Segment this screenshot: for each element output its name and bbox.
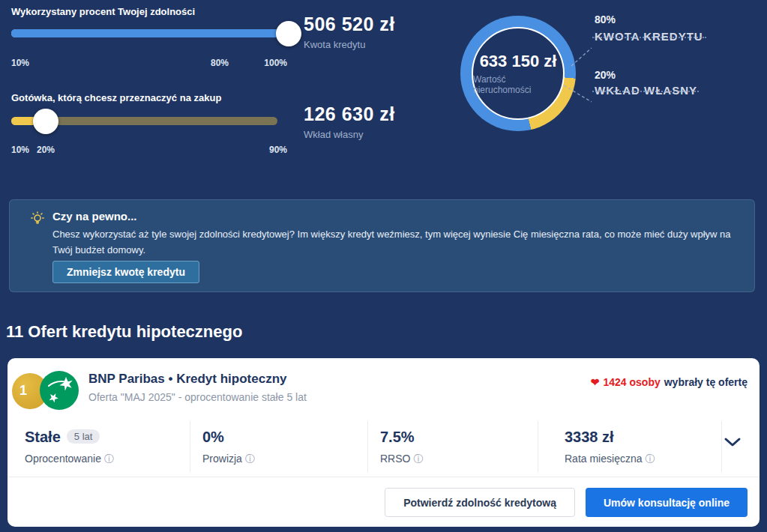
loan-amount-value: 506 520 zł xyxy=(304,13,395,35)
donut-chart: 633 150 zł Wartość nieruchomości xyxy=(460,16,576,131)
capacity-slider-ticks: 10% 80% 100% xyxy=(11,58,287,68)
interest-period-badge: 5 lat xyxy=(67,429,100,444)
tick-label: 20% xyxy=(37,145,55,155)
confirm-creditworthiness-button[interactable]: Potwierdź zdolność kredytową xyxy=(385,488,575,517)
cash-slider-handle[interactable] xyxy=(33,109,58,134)
property-value: 633 150 zł xyxy=(480,52,557,71)
rank-number: 1 xyxy=(19,383,27,399)
book-online-consultation-button[interactable]: Umów konsultację online xyxy=(586,488,748,517)
offer-subtitle: Oferta "MAJ 2025" - oprocentowanie stałe… xyxy=(88,391,307,403)
divider xyxy=(721,421,722,472)
lightbulb-icon xyxy=(29,211,46,227)
offer-title: BNP Paribas • Kredyt hipoteczny xyxy=(88,372,287,387)
divider xyxy=(538,421,538,472)
cash-slider[interactable] xyxy=(11,117,277,125)
commission-label: Prowizja xyxy=(202,453,242,465)
chevron-down-icon[interactable] xyxy=(724,435,742,450)
stat-commission: 0% Prowizjaⓘ xyxy=(202,429,255,466)
divider xyxy=(190,421,190,472)
property-value-label: Wartość nieruchomości xyxy=(473,74,563,95)
tick-label: 80% xyxy=(211,58,229,68)
legend-contribution-percent: 20% xyxy=(595,69,616,81)
capacity-slider-fill xyxy=(11,29,289,37)
cash-slider-ticks: 10% 20% 90% xyxy=(11,145,287,155)
info-icon[interactable]: ⓘ xyxy=(104,453,114,465)
capacity-slider-label: Wykorzystany procent Twojej zdolności xyxy=(11,6,195,17)
popularity-text: wybrały tę ofertę xyxy=(664,376,748,388)
capacity-slider[interactable] xyxy=(11,29,289,37)
offers-section-title: 11 Ofert kredytu hipotecznego xyxy=(6,322,242,342)
stat-monthly-payment: 3338 zł Rata miesięcznaⓘ xyxy=(565,429,655,466)
stat-interest-rate: Stałe5 lat Oprocentowanieⓘ xyxy=(25,429,114,466)
legend-credit-percent: 80% xyxy=(595,13,616,25)
offer-card: 1 BNP Paribas • Kredyt hipoteczny Oferta… xyxy=(7,358,760,527)
offer-popularity: ❤1424 osobywybrały tę ofertę xyxy=(591,376,748,388)
info-icon[interactable]: ⓘ xyxy=(413,453,423,465)
rrso-value: 7.5% xyxy=(380,429,423,446)
info-icon[interactable]: ⓘ xyxy=(646,453,655,465)
decrease-loan-button[interactable]: Zmniejsz kwotę kredytu xyxy=(52,261,199,283)
tick-label: 10% xyxy=(11,58,29,68)
info-icon[interactable]: ⓘ xyxy=(245,453,255,465)
interest-type-value: Stałe xyxy=(25,429,61,445)
heart-icon: ❤ xyxy=(591,376,600,388)
own-contribution-label: Wkład własny xyxy=(304,129,363,140)
interest-label: Oprocentowanie xyxy=(25,453,101,465)
offer-actions: Potwierdź zdolność kredytową Umów konsul… xyxy=(385,488,748,517)
stat-rrso: 7.5% RRSOⓘ xyxy=(380,429,423,466)
commission-value: 0% xyxy=(202,429,255,446)
capacity-slider-handle[interactable] xyxy=(276,21,301,46)
warning-panel: Czy na pewno... Chesz wykorzystać aż tyl… xyxy=(9,199,755,292)
donut-center: 633 150 zł Wartość nieruchomości xyxy=(472,27,565,120)
tick-label: 90% xyxy=(269,145,287,155)
loan-amount-label: Kwota kredytu xyxy=(304,39,365,50)
monthly-payment-label: Rata miesięczna xyxy=(565,453,643,465)
bnp-paribas-logo xyxy=(39,370,79,411)
warning-title: Czy na pewno... xyxy=(52,210,137,223)
legend-contribution-underline xyxy=(592,91,699,92)
rrso-label: RRSO xyxy=(380,453,410,465)
mortgage-calculator-page: Wykorzystany procent Twojej zdolności 10… xyxy=(0,0,767,532)
divider xyxy=(7,477,760,477)
tick-label: 10% xyxy=(11,145,29,155)
own-contribution-value: 126 630 zł xyxy=(304,103,395,125)
cash-slider-label: Gotówka, którą chcesz przeznaczyć na zak… xyxy=(11,92,221,103)
monthly-payment-value: 3338 zł xyxy=(565,429,655,446)
tick-label: 100% xyxy=(264,58,287,68)
legend-credit-underline xyxy=(592,37,706,38)
divider xyxy=(367,421,368,472)
popularity-count: 1424 osoby xyxy=(603,376,660,388)
warning-body: Chesz wykorzystać aż tyle swojej zdolnoś… xyxy=(52,226,746,259)
